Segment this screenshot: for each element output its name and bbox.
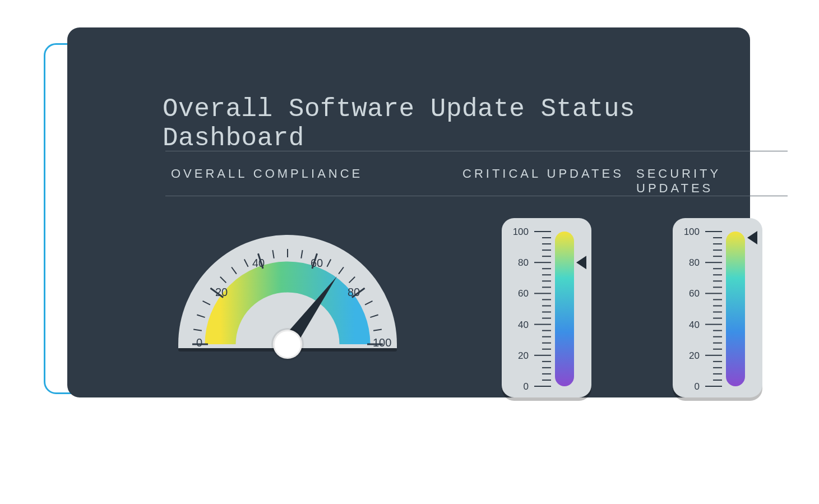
svg-rect-52: [726, 232, 745, 386]
gauge-tick-label: 100: [373, 336, 391, 349]
gauge-tick-label: 80: [348, 286, 360, 298]
divider-top: [165, 151, 788, 151]
label-overall-compliance: OVERALL COMPLIANCE: [171, 167, 363, 181]
label-critical-updates: CRITICAL UPDATES: [462, 167, 624, 181]
gauge-tick-label: 40: [252, 257, 265, 269]
thermo-tick-label: 80: [518, 257, 529, 268]
thermo-critical-updates: 020406080100: [502, 218, 591, 397]
gauge-tick-label: 0: [196, 336, 202, 349]
thermo-tick-label: 60: [689, 288, 700, 299]
gauge-overall-compliance: 020406080100: [170, 221, 405, 367]
divider-bottom: [165, 196, 788, 196]
svg-rect-25: [555, 232, 574, 386]
gauge-tick-label: 60: [311, 257, 323, 269]
page-title: Overall Software Update Status Dashboard: [163, 95, 779, 153]
thermo-tick-label: 0: [524, 381, 529, 392]
thermo-tick-label: 60: [518, 288, 529, 299]
thermo-pointer: [576, 256, 586, 269]
thermo-tick-label: 40: [689, 320, 700, 330]
thermo-tick-label: 100: [684, 226, 700, 237]
thermo-tick-label: 20: [518, 350, 529, 361]
label-security-updates: SECURITY UPDATES: [636, 167, 788, 196]
thermo-tick-label: 40: [518, 320, 529, 330]
dashboard-stage: Overall Software Update Status Dashboard…: [0, 0, 819, 504]
thermo-pointer: [747, 231, 757, 244]
gauge-tick-label: 20: [215, 286, 228, 298]
thermo-tick-label: 0: [695, 381, 700, 392]
dashboard-card: Overall Software Update Status Dashboard…: [67, 27, 750, 397]
thermo-tick-label: 100: [513, 226, 529, 237]
thermo-tick-label: 20: [689, 350, 700, 361]
thermo-security-updates: 020406080100: [673, 218, 762, 397]
thermo-tick-label: 80: [689, 257, 700, 268]
